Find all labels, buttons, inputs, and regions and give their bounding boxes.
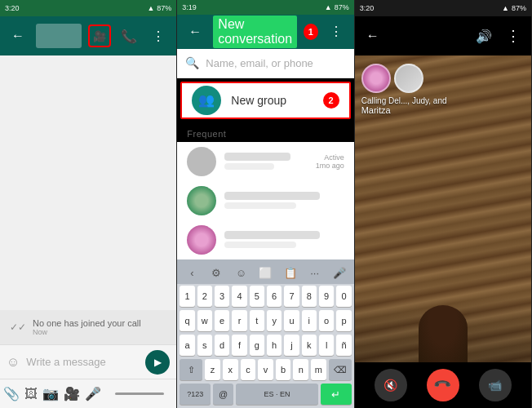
key-m[interactable]: m [311,359,326,380]
more-button-p2[interactable]: ⋮ [325,20,348,43]
camera-icon[interactable]: 📷 [42,386,59,401]
key-p[interactable]: p [336,310,351,331]
contact-row-2[interactable] [177,181,353,220]
key-q[interactable]: q [180,310,194,331]
kb-settings-icon[interactable]: ⚙ [205,263,228,282]
video-icon-bottom[interactable]: 🎥 [64,386,80,401]
active-time-1: Active 1mo ago [316,153,344,170]
image-icon[interactable]: 🖼 [24,387,38,401]
key-2[interactable]: 2 [197,286,212,307]
more-button-p3[interactable]: ⋮ [502,24,525,47]
mute-button[interactable]: 🔇 [375,369,407,401]
key-c[interactable]: c [241,359,256,380]
search-input[interactable]: Name, email, or phone [206,57,345,69]
key-shift[interactable]: ⇧ [180,359,202,380]
key-u[interactable]: u [284,310,299,331]
attach-icon[interactable]: 📎 [3,386,20,401]
key-3[interactable]: 3 [215,286,229,307]
contact-info-1 [224,153,307,170]
kb-back-icon[interactable]: ‹ [180,263,203,282]
key-w[interactable]: w [197,310,212,331]
key-f[interactable]: f [232,335,246,356]
key-at[interactable]: @ [213,384,233,405]
send-button[interactable]: ▶ [145,350,170,375]
key-enter[interactable]: ↵ [321,384,352,405]
key-backspace[interactable]: ⌫ [329,359,352,380]
contact-avatar-1 [187,147,216,176]
kb-emoji-icon[interactable]: ☺ [229,263,252,282]
key-g[interactable]: g [250,335,264,356]
key-r[interactable]: r [232,310,246,331]
key-i[interactable]: i [302,310,317,331]
contact-status-3 [224,242,296,248]
key-z[interactable]: z [205,359,220,380]
end-call-button[interactable]: 📞 [427,369,459,401]
more-button-p1[interactable]: ⋮ [147,24,170,47]
volume-button-p3[interactable]: 🔊 [472,24,495,47]
status-bar-p1: 3:20 ▲ 87% [0,0,176,16]
back-button-p2[interactable]: ← [184,20,206,43]
key-7[interactable]: 7 [284,286,299,307]
video-call-button[interactable]: 🎥 [88,24,111,47]
mute-icon: 🔇 [383,379,397,392]
key-4[interactable]: 4 [232,286,246,307]
status-bar-p3: 3:20 ▲ 87% [355,0,531,16]
kb-more-icon[interactable]: ··· [304,263,326,282]
key-y[interactable]: y [267,310,282,331]
status-time-p3: 3:20 [360,4,375,12]
back-button-p3[interactable]: ← [361,24,384,47]
kb-desktop-icon[interactable]: ⬜ [254,263,277,282]
battery-p3: 87% [512,4,526,12]
key-numbers-toggle[interactable]: ?123 [180,384,211,405]
back-button-p1[interactable]: ← [7,24,29,47]
key-j[interactable]: j [284,335,299,356]
key-t[interactable]: t [250,310,264,331]
key-d[interactable]: d [215,335,229,356]
key-n[interactable]: n [293,359,308,380]
phone-button-p1[interactable]: 📞 [117,24,140,47]
key-9[interactable]: 9 [319,286,334,307]
key-0[interactable]: 0 [336,286,351,307]
call-title-blurred [36,24,82,48]
kb-clipboard-icon[interactable]: 📋 [279,263,302,282]
key-b[interactable]: b [276,359,291,380]
caller-avatar-1 [361,64,391,93]
panel-new-conversation: 3:19 ▲ 87% ← New conversation 1 ⋮ 🔍 Name… [177,0,354,408]
new-conv-header: ← New conversation 1 ⋮ [177,15,353,49]
key-o[interactable]: o [319,310,334,331]
new-group-row[interactable]: 👥 New group 2 [180,82,350,119]
person-shape [419,305,468,362]
key-8[interactable]: 8 [302,286,317,307]
contact-name-3 [224,231,320,239]
key-s[interactable]: s [197,335,212,356]
check-icon-p1: ✓✓ [10,322,26,333]
key-h[interactable]: h [267,335,282,356]
key-space[interactable]: ES · EN [236,384,318,405]
video-icon-p1: 🎥 [93,30,106,42]
toggle-video-button[interactable]: 📹 [479,369,512,401]
key-5[interactable]: 5 [250,286,264,307]
contact-row-3[interactable] [177,220,353,259]
key-e[interactable]: e [215,310,229,331]
calling-text: Calling Del..., Judy, and [361,96,525,105]
contact-row-1[interactable]: Active 1mo ago [177,142,353,181]
key-n-tilde[interactable]: ñ [336,335,351,356]
call-controls: 🔇 📞 📹 [355,362,531,408]
key-6[interactable]: 6 [267,286,282,307]
bottom-icons-bar: 📎 🖼 📷 🎥 🎤 [0,379,176,408]
key-k[interactable]: k [302,335,317,356]
panel-call: 3:20 ▲ 87% ← 🎥 📞 ⋮ ✓✓ No one has joined … [0,0,177,408]
key-l[interactable]: l [319,335,334,356]
status-time-p2: 3:19 [182,3,197,11]
new-group-icon: 👥 [192,86,221,115]
group-icon-symbol: 👥 [198,92,215,108]
keyboard-row-qwerty: q w e r t y u i o p [177,308,353,333]
key-a[interactable]: a [180,335,194,356]
key-x[interactable]: x [223,359,238,380]
key-1[interactable]: 1 [180,286,194,307]
emoji-icon-p1[interactable]: ☺ [7,355,20,370]
mic-icon[interactable]: 🎤 [85,386,101,401]
key-v[interactable]: v [258,359,273,380]
message-placeholder[interactable]: Write a message [26,356,139,368]
kb-mic-icon[interactable]: 🎤 [328,263,351,282]
